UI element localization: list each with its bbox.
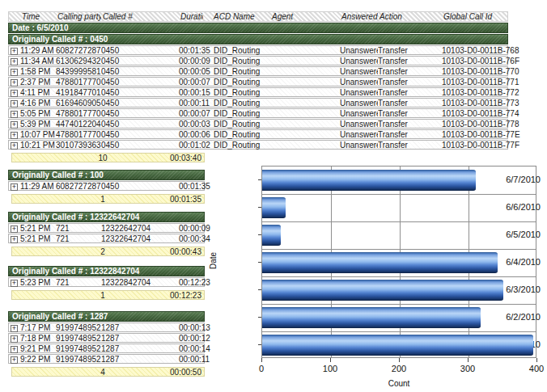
expand-row-icon[interactable]: + xyxy=(11,236,18,243)
expand-cell: + xyxy=(9,141,20,150)
cell-calling-party: 6082727287 xyxy=(56,182,101,191)
cell-time: 5:23 PM xyxy=(20,278,56,287)
cell-calling-party: 721 xyxy=(56,224,101,233)
group-summary-row: 200:00:43 xyxy=(11,247,205,256)
expand-row-icon[interactable]: + xyxy=(11,356,18,364)
cell-acd-name: DID_Routing xyxy=(203,120,270,129)
cell-called: 0450 xyxy=(101,88,179,97)
cell-global-call-id: 10103-D0-0011B-76F xyxy=(442,57,501,65)
cell-agent xyxy=(270,67,340,76)
summary-call-count: 4 xyxy=(83,368,122,377)
group-header: Originally Called # : 100 xyxy=(8,170,205,180)
cell-global-call-id: 10103-D0-0011B-778 xyxy=(442,120,501,129)
expand-row-icon[interactable]: + xyxy=(11,226,18,233)
expand-row-icon[interactable]: + xyxy=(11,325,18,332)
expand-cell: + xyxy=(9,46,20,55)
y-tick-mark xyxy=(258,234,261,235)
cell-duration: 00:00:11 xyxy=(179,99,203,107)
cell-acd-name: DID_Routing xyxy=(203,99,270,107)
grid-line-horizontal xyxy=(262,249,536,250)
group-label: Originally Called # : 100 xyxy=(12,171,104,179)
expand-cell: + xyxy=(9,88,20,97)
cell-called: 12322842704 xyxy=(101,278,179,287)
expand-row-icon[interactable]: + xyxy=(11,48,18,55)
expand-row-icon[interactable]: + xyxy=(11,346,18,353)
cell-calling-party: 9199748952 xyxy=(56,355,101,364)
bar-6-4-2010 xyxy=(262,252,498,273)
summary-total-duration: 00:01:35 xyxy=(170,195,201,204)
expand-row-icon[interactable]: + xyxy=(11,100,18,107)
header-cell-action: Action xyxy=(378,12,442,21)
group-label: Originally Called # : 1287 xyxy=(12,312,108,321)
expand-cell: + xyxy=(9,130,20,139)
cell-agent xyxy=(270,57,340,65)
expand-row-icon[interactable]: + xyxy=(11,121,18,129)
expand-row-icon[interactable]: + xyxy=(11,69,18,76)
cell-duration: 00:00:34 xyxy=(179,234,206,243)
expand-cell: + xyxy=(9,57,20,65)
cell-called: 0450 xyxy=(101,99,179,107)
group-label: Originally Called # : 0450 xyxy=(12,35,108,44)
cell-action: Transfer xyxy=(378,57,442,65)
bar-6-6-2010 xyxy=(262,197,286,218)
cell-duration: 00:00:11 xyxy=(179,355,206,364)
cell-calling-party: 9199748952 xyxy=(56,334,101,343)
expand-row-icon[interactable]: + xyxy=(11,183,18,191)
cell-calling-party: 721 xyxy=(56,278,101,287)
summary-total-duration: 00:00:50 xyxy=(170,368,201,377)
expand-row-icon[interactable]: + xyxy=(11,335,18,343)
cell-duration: 00:00:09 xyxy=(179,224,206,233)
cell-global-call-id: 10103-D0-0011B-770 xyxy=(442,67,501,76)
cell-answered: Unanswered xyxy=(340,78,378,86)
cell-called: 0450 xyxy=(101,182,179,191)
group-summary-row: 100:01:35 xyxy=(11,194,205,204)
cell-duration: 00:00:12 xyxy=(179,334,206,343)
cell-duration: 00:00:05 xyxy=(179,67,203,76)
cell-called: 0450 xyxy=(101,57,179,65)
cell-global-call-id: 10103-D0-0011B-77E xyxy=(442,130,501,139)
cell-acd-name: DID_Routing xyxy=(203,88,270,97)
summary-call-count: 1 xyxy=(83,291,122,300)
x-tick-mark xyxy=(536,358,537,362)
x-tick-label: 200 xyxy=(392,364,406,373)
bar-6-5-2010 xyxy=(262,225,281,246)
expand-cell: + xyxy=(9,182,20,191)
grid-line-horizontal xyxy=(262,221,536,222)
y-tick-mark xyxy=(258,317,261,318)
expand-row-icon[interactable]: + xyxy=(11,132,18,139)
expand-cell: + xyxy=(9,67,20,76)
table-row: +1:58 PM8439999581045000:00:05DID_Routin… xyxy=(8,66,508,76)
expand-row-icon[interactable]: + xyxy=(11,111,18,118)
cell-time: 9:21 PM xyxy=(20,344,56,353)
cell-answered: Unanswered xyxy=(340,46,378,55)
cell-acd-name: DID_Routing xyxy=(203,130,270,139)
cell-action: Transfer xyxy=(378,109,442,118)
table-row: +10:21 PM3010739363045000:01:02DID_Routi… xyxy=(8,140,508,150)
x-tick-label: 400 xyxy=(529,364,544,373)
cell-called: 0450 xyxy=(101,130,179,139)
header-cell-calling-party-: Calling party # xyxy=(56,12,101,21)
group-label: Originally Called # : 12322842704 xyxy=(12,267,139,276)
expand-row-icon[interactable]: + xyxy=(11,90,18,97)
expand-row-icon[interactable]: + xyxy=(11,280,18,287)
cell-answered: Unanswered xyxy=(340,57,378,65)
cell-called: 0450 xyxy=(101,120,179,129)
group-header-0450: Originally Called # : 0450 xyxy=(8,34,508,44)
cell-answered: Unanswered xyxy=(340,120,378,129)
cell-duration: 00:00:07 xyxy=(179,109,203,118)
expand-row-icon[interactable]: + xyxy=(11,142,18,150)
y-tick-label: 6/7/2010 xyxy=(495,175,541,185)
expand-row-icon[interactable]: + xyxy=(11,58,18,65)
group-header: Originally Called # : 12322642704 xyxy=(8,212,205,222)
chart-plot-area xyxy=(261,166,536,358)
grid-line-horizontal xyxy=(262,304,536,305)
cell-time: 4:16 PM xyxy=(20,99,56,107)
summary-call-count: 2 xyxy=(83,247,122,256)
cell-global-call-id: 10103-D0-0011B-768 xyxy=(442,46,501,55)
cell-called: 1287 xyxy=(101,355,179,364)
cell-calling-party: 4788017770 xyxy=(56,130,101,139)
cell-time: 7:17 PM xyxy=(20,323,56,332)
cell-agent xyxy=(270,46,340,55)
expand-row-icon[interactable]: + xyxy=(11,79,18,86)
cell-time: 11:29 AM xyxy=(20,182,56,191)
